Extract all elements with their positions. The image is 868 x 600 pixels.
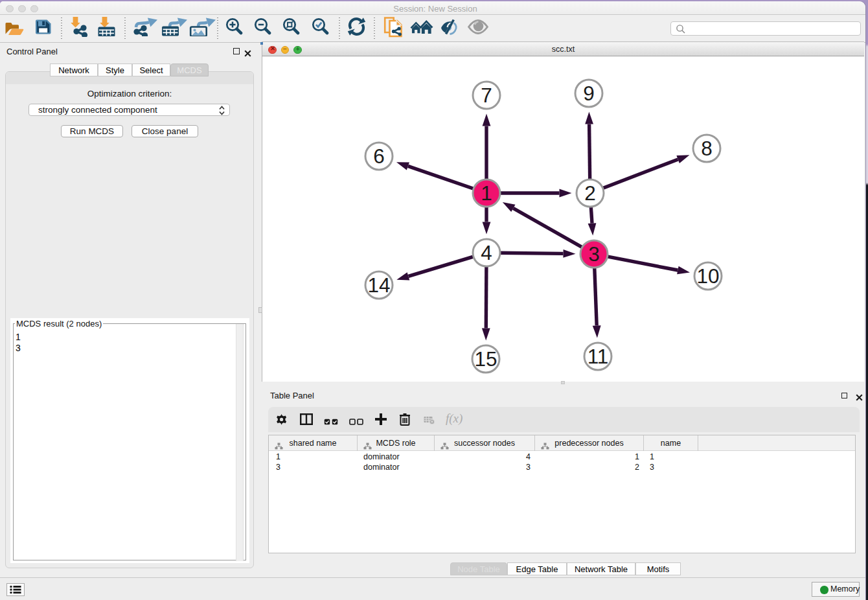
svg-text:9: 9 [583,82,595,105]
svg-text:14: 14 [367,273,390,297]
svg-text:6: 6 [373,144,385,168]
svg-text:3: 3 [588,242,600,266]
svg-text:11: 11 [588,345,609,368]
svg-text:8: 8 [701,137,713,160]
svg-text:10: 10 [696,264,719,288]
svg-text:7: 7 [481,84,492,107]
svg-text:4: 4 [481,241,492,264]
svg-text:1: 1 [481,181,492,205]
svg-text:15: 15 [474,347,497,371]
svg-text:2: 2 [584,181,596,205]
